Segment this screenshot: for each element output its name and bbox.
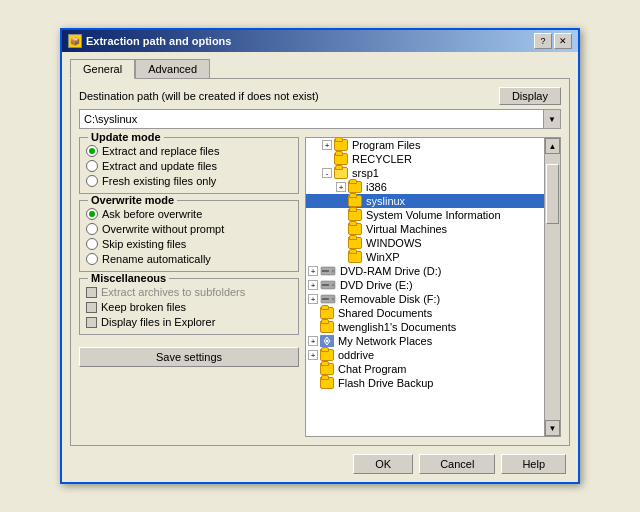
checkbox-keep-broken[interactable]: Keep broken files [86, 301, 292, 313]
tree-expander[interactable]: + [308, 266, 318, 276]
radio-extract-replace[interactable]: Extract and replace files [86, 145, 292, 157]
tree-item-label: syslinux [366, 195, 405, 207]
tree-item[interactable]: RECYCLER [306, 152, 560, 166]
folder-icon [348, 237, 362, 249]
checkbox-keep-broken-box[interactable] [86, 302, 97, 313]
radio-fresh-existing-btn[interactable] [86, 175, 98, 187]
checkbox-display-explorer-box[interactable] [86, 317, 97, 328]
tree-item[interactable]: -srsp1 [306, 166, 560, 180]
radio-extract-update-btn[interactable] [86, 160, 98, 172]
title-bar: 📦 Extraction path and options ? ✕ [62, 30, 578, 52]
radio-ask-overwrite[interactable]: Ask before overwrite [86, 208, 292, 220]
radio-ask-overwrite-label: Ask before overwrite [102, 208, 202, 220]
checkbox-display-explorer[interactable]: Display files in Explorer [86, 316, 292, 328]
path-dropdown-button[interactable]: ▼ [543, 109, 561, 129]
tree-item[interactable]: +Removable Disk (F:) [306, 292, 560, 306]
radio-ask-overwrite-btn[interactable] [86, 208, 98, 220]
scroll-down-button[interactable]: ▼ [545, 420, 560, 436]
display-button[interactable]: Display [499, 87, 561, 105]
tree-item[interactable]: Flash Drive Backup [306, 376, 560, 390]
scroll-up-button[interactable]: ▲ [545, 138, 560, 154]
svg-rect-8 [322, 298, 329, 300]
folder-icon [348, 181, 362, 193]
scrollbar-track [545, 154, 560, 420]
radio-overwrite-prompt-btn[interactable] [86, 223, 98, 235]
tree-item-label: RECYCLER [352, 153, 412, 165]
scrollbar[interactable]: ▲ ▼ [544, 138, 560, 436]
folder-icon [320, 321, 334, 333]
tree-expander[interactable]: + [308, 280, 318, 290]
tree-item[interactable]: syslinux [306, 194, 560, 208]
folder-icon [334, 139, 348, 151]
ok-button[interactable]: OK [353, 454, 413, 474]
tree-item[interactable]: +My Network Places [306, 334, 560, 348]
tree-item[interactable]: +DVD Drive (E:) [306, 278, 560, 292]
tree-item[interactable]: WinXP [306, 250, 560, 264]
tree-item[interactable]: twenglish1's Documents [306, 320, 560, 334]
tree-item-label: srsp1 [352, 167, 379, 179]
tree-item[interactable]: Virtual Machines [306, 222, 560, 236]
cancel-button[interactable]: Cancel [419, 454, 495, 474]
tree-expander[interactable]: + [308, 350, 318, 360]
tab-general[interactable]: General [70, 59, 135, 79]
svg-point-7 [332, 298, 335, 301]
folder-icon [348, 209, 362, 221]
tree-item-label: Program Files [352, 139, 420, 151]
tree-item[interactable]: Shared Documents [306, 306, 560, 320]
overwrite-mode-label: Overwrite mode [88, 194, 177, 206]
radio-fresh-existing[interactable]: Fresh existing files only [86, 175, 292, 187]
tree-item[interactable]: +oddrive [306, 348, 560, 362]
radio-skip-existing[interactable]: Skip existing files [86, 238, 292, 250]
drive-icon [320, 279, 336, 291]
folder-icon [320, 377, 334, 389]
save-settings-button[interactable]: Save settings [79, 347, 299, 367]
radio-extract-replace-btn[interactable] [86, 145, 98, 157]
close-button[interactable]: ✕ [554, 33, 572, 49]
tree-expander[interactable]: + [322, 140, 332, 150]
checkbox-display-explorer-label: Display files in Explorer [101, 316, 215, 328]
tab-advanced[interactable]: Advanced [135, 59, 210, 79]
tree-item[interactable]: WINDOWS [306, 236, 560, 250]
tree-item-label: twenglish1's Documents [338, 321, 456, 333]
tree-item[interactable]: Chat Program [306, 362, 560, 376]
svg-point-4 [332, 284, 335, 287]
tree-item-label: Removable Disk (F:) [340, 293, 440, 305]
tab-bar: General Advanced [70, 58, 570, 78]
title-controls: ? ✕ [534, 33, 572, 49]
folder-icon [320, 307, 334, 319]
tree-item[interactable]: +Program Files [306, 138, 560, 152]
tree-item-label: System Volume Information [366, 209, 501, 221]
tree-expander[interactable]: + [336, 182, 346, 192]
tree-item[interactable]: System Volume Information [306, 208, 560, 222]
update-mode-group: Update mode Extract and replace files Ex… [79, 137, 299, 194]
tree-item[interactable]: +DVD-RAM Drive (D:) [306, 264, 560, 278]
window-title: Extraction path and options [86, 35, 231, 47]
path-row: ▼ [79, 109, 561, 129]
file-tree[interactable]: +Program FilesRECYCLER-srsp1+i386syslinu… [306, 138, 560, 436]
radio-rename-auto-btn[interactable] [86, 253, 98, 265]
tree-item-label: Chat Program [338, 363, 406, 375]
radio-rename-auto[interactable]: Rename automatically [86, 253, 292, 265]
tree-item-label: i386 [366, 181, 387, 193]
drive-icon [320, 265, 336, 277]
radio-rename-auto-label: Rename automatically [102, 253, 211, 265]
path-input[interactable] [79, 109, 543, 129]
radio-extract-update[interactable]: Extract and update files [86, 160, 292, 172]
checkbox-extract-subfolders: Extract archives to subfolders [86, 286, 292, 298]
tree-item-label: Shared Documents [338, 307, 432, 319]
file-tree-panel: +Program FilesRECYCLER-srsp1+i386syslinu… [305, 137, 561, 437]
tree-item[interactable]: +i386 [306, 180, 560, 194]
tree-item-label: DVD-RAM Drive (D:) [340, 265, 441, 277]
tree-item-label: Virtual Machines [366, 223, 447, 235]
help-button[interactable]: Help [501, 454, 566, 474]
tree-expander[interactable]: + [308, 294, 318, 304]
bottom-buttons: OK Cancel Help [70, 454, 570, 474]
svg-point-1 [332, 270, 335, 273]
tree-expander[interactable]: - [322, 168, 332, 178]
help-title-button[interactable]: ? [534, 33, 552, 49]
radio-overwrite-prompt[interactable]: Overwrite without prompt [86, 223, 292, 235]
scrollbar-thumb[interactable] [546, 164, 559, 224]
radio-skip-existing-btn[interactable] [86, 238, 98, 250]
miscellaneous-group: Miscellaneous Extract archives to subfol… [79, 278, 299, 335]
tree-expander[interactable]: + [308, 336, 318, 346]
